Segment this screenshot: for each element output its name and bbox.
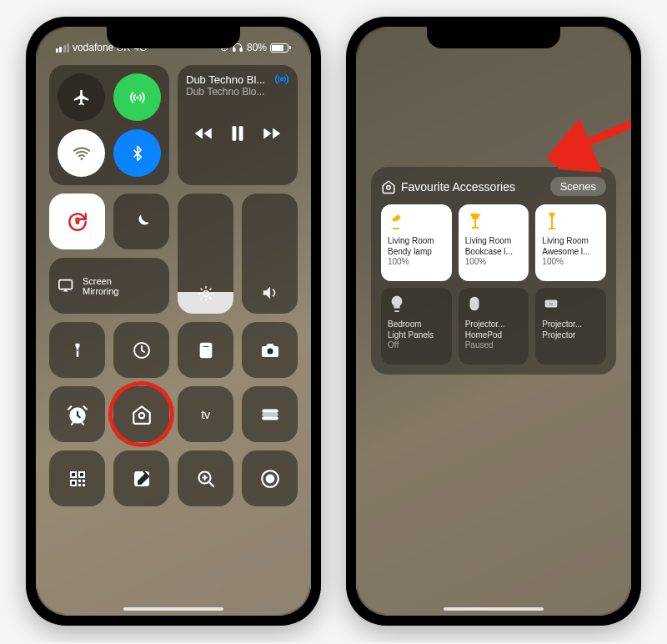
connectivity-tile [49,65,169,185]
svg-point-18 [203,352,204,354]
flashlight-button[interactable] [49,322,105,378]
volume-slider[interactable] [242,194,298,314]
calculator-button[interactable] [178,322,233,378]
brightness-icon [198,285,214,314]
wifi-toggle[interactable] [58,129,105,177]
svg-rect-36 [83,484,85,486]
lamp-table-icon [465,211,523,236]
svg-point-4 [281,78,283,81]
screen-mirror-icon [58,277,76,295]
svg-rect-24 [262,409,278,412]
screen-record-button[interactable] [242,450,298,506]
iphone-right: Favourite Accessories Scenes Living Room… [346,17,641,626]
svg-point-40 [266,475,273,482]
battery-percent: 80% [247,42,267,53]
brightness-slider[interactable] [178,194,233,314]
svg-point-16 [205,350,207,351]
svg-point-23 [138,412,144,418]
volume-icon [261,284,279,314]
svg-point-21 [267,348,273,354]
svg-point-15 [203,350,204,351]
accessory-tile[interactable]: Bedroom Light Panels Off [381,288,452,365]
homepod-icon [465,294,523,319]
svg-point-11 [77,350,78,351]
iphone-left: vodafone UK 4G ⊛ 80% [26,17,321,626]
media-next-button[interactable] [261,123,283,144]
signal-icon [56,43,69,53]
alarm-button[interactable] [49,386,105,442]
svg-rect-25 [262,412,278,415]
svg-point-20 [207,352,208,354]
lamp-desk-icon [388,211,445,236]
svg-rect-30 [80,473,83,476]
battery-icon [270,43,291,53]
svg-point-3 [80,157,83,159]
svg-rect-0 [233,48,235,52]
svg-rect-8 [59,279,73,289]
svg-rect-28 [72,473,75,476]
svg-rect-32 [72,481,75,485]
home-indicator[interactable] [123,607,223,611]
magnifier-button[interactable] [178,450,233,506]
svg-rect-26 [262,416,278,420]
rotation-lock-toggle[interactable] [49,194,105,249]
cellular-data-toggle[interactable] [113,73,161,121]
accessory-tile[interactable]: Projector... HomePod Paused [459,288,529,365]
do-not-disturb-toggle[interactable] [113,194,169,249]
accessories-grid: Living Room Bendy lamp 100% Living Room … [381,204,606,365]
svg-rect-1 [240,48,242,52]
bluetooth-toggle[interactable] [113,129,161,177]
appletv-box-icon: tv [542,294,599,319]
notch [107,27,240,48]
svg-rect-44 [469,297,479,311]
svg-rect-5 [232,126,236,140]
media-pause-button[interactable] [227,123,248,144]
accessory-tile[interactable]: tv Projector... Projector [535,288,606,365]
qr-scanner-button[interactable] [49,450,105,506]
svg-point-19 [205,352,207,354]
wallet-button[interactable] [242,386,298,442]
home-button[interactable] [113,386,169,442]
screen-left: vodafone UK 4G ⊛ 80% [36,27,311,616]
accessory-tile[interactable]: Living Room Bendy lamp 100% [381,204,452,281]
svg-point-10 [203,291,208,297]
airplay-audio-icon [274,72,289,87]
screen-right: Favourite Accessories Scenes Living Room… [356,27,631,616]
camera-button[interactable] [242,322,298,378]
lamp-floor-icon [542,211,599,236]
home-indicator[interactable] [444,607,544,611]
svg-rect-6 [239,126,243,140]
svg-point-2 [136,96,138,98]
lightbulb-icon [388,294,445,319]
home-accessories-panel: Favourite Accessories Scenes Living Room… [371,167,616,375]
media-controls-tile[interactable]: Dub Techno Bl... Dub Techno Blo... [178,65,298,185]
svg-text:tv: tv [549,301,554,306]
airplane-mode-toggle[interactable] [58,73,105,121]
control-center-grid: tv [49,322,298,506]
svg-rect-33 [78,480,81,482]
notch [427,27,560,48]
svg-rect-14 [202,345,208,348]
timer-button[interactable] [113,322,169,378]
svg-rect-34 [83,480,85,482]
accessory-tile[interactable]: Living Room Bookcase l... 100% [459,204,529,281]
screen-mirroring-button[interactable]: ScreenMirroring [49,258,169,314]
svg-point-43 [387,185,391,189]
control-center: Dub Techno Bl... Dub Techno Blo... [49,65,298,601]
appletv-label: tv [201,407,210,421]
media-prev-button[interactable] [193,123,214,144]
appletv-remote-button[interactable]: tv [178,386,233,442]
media-subtitle: Dub Techno Blo... [186,86,289,98]
screen-mirroring-label: ScreenMirroring [83,276,118,296]
home-icon [381,179,396,194]
svg-rect-35 [78,484,81,486]
svg-point-17 [207,350,208,351]
favourite-accessories-label: Favourite Accessories [401,180,515,194]
quick-note-button[interactable] [113,450,169,506]
accessory-tile[interactable]: Living Room Awesome l... 100% [535,204,606,281]
